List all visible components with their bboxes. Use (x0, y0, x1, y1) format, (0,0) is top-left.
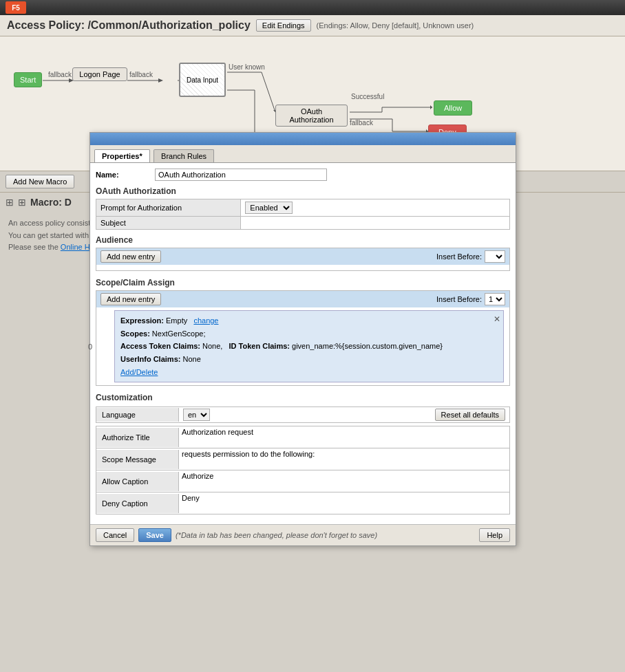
prompt-row: Prompt for Authorization Enabled Disable… (96, 199, 510, 217)
oauth-authorization-node[interactable]: OAuth Authorization (275, 105, 348, 127)
scope-entry-wrapper: 0 ✕ Expression: Empty change Scopes: Nex… (99, 310, 507, 382)
save-button[interactable]: Save (138, 528, 171, 542)
access-token-label: Access Token Claims: (120, 342, 200, 350)
subject-row: Subject (96, 217, 510, 230)
scope-entry-close-button[interactable]: ✕ (494, 312, 500, 326)
scope-entry: ✕ Expression: Empty change Scopes: NextG… (114, 310, 504, 382)
audience-insert-label: Insert Before: (436, 252, 482, 261)
logon-page-node[interactable]: Logon Page (72, 67, 127, 81)
change-link[interactable]: change (193, 316, 218, 325)
id-token-value: given_name:%{session.custom.given_name} (292, 342, 443, 350)
language-row: Language en frdeesja Reset all defaults (96, 407, 510, 423)
language-value: en frdeesja Reset all defaults (179, 407, 509, 422)
form-area: Name: OAuth Authorization Prompt for Aut… (90, 163, 516, 524)
prompt-label: Prompt for Authorization (96, 199, 241, 217)
modal-title-bar (90, 133, 516, 145)
scope-message-value: requests permission to do the following: (179, 448, 509, 470)
scope-message-textarea[interactable]: requests permission to do the following: (182, 450, 507, 466)
customization-fields: Authorize Title Authorization request Sc… (96, 426, 510, 514)
macro-title: Macro: D (30, 197, 72, 208)
allow-caption-value: Authorize (179, 470, 509, 492)
add-new-macro-button[interactable]: Add New Macro (6, 175, 74, 188)
add-delete-row: Add/Delete (120, 366, 498, 379)
modal-dialog: Properties* Branch Rules Name: OAuth Aut… (89, 132, 516, 546)
language-select[interactable]: en frdeesja (183, 409, 210, 421)
audience-insert-select[interactable] (485, 250, 505, 263)
svg-marker-16 (430, 105, 432, 109)
svg-line-7 (262, 72, 275, 112)
scopes-row: Scopes: NextGenScope; (120, 327, 498, 340)
cancel-button[interactable]: Cancel (96, 528, 134, 542)
audience-empty-space (96, 265, 509, 270)
reset-defaults-button[interactable]: Reset all defaults (435, 409, 505, 421)
help-button[interactable]: Help (479, 528, 510, 542)
expression-value: Empty (166, 316, 187, 325)
access-token-row: Access Token Claims: None, ID Token Clai… (120, 340, 498, 353)
expression-label: Expression: (120, 316, 164, 325)
scope-message-label: Scope Message (96, 450, 179, 469)
audience-section-box: Add new entry Insert Before: (96, 248, 510, 271)
start-node[interactable]: Start (14, 72, 42, 87)
edit-endings-button[interactable]: Edit Endings (256, 19, 311, 32)
userinfo-label: UserInfo Claims: (120, 355, 180, 363)
authorize-title-row: Authorize Title Authorization request (96, 426, 510, 448)
scopes-label: Scopes: (120, 329, 150, 338)
scope-insert-select[interactable]: 1 (485, 293, 505, 305)
id-token-label: ID Token Claims: (229, 342, 290, 350)
svg-marker-3 (158, 78, 163, 83)
fallback-label-2: fallback (129, 71, 153, 78)
title-bar: F5 (0, 0, 625, 15)
subject-input[interactable] (245, 219, 505, 227)
successful-label: Successful (351, 93, 384, 100)
scopes-value: NextGenScope; (152, 329, 206, 338)
page-title: Access Policy: /Common/Authorization_pol… (7, 19, 251, 32)
data-input-node[interactable]: Data Input (179, 63, 226, 97)
allow-caption-textarea[interactable]: Authorize (182, 472, 507, 488)
authorize-title-textarea[interactable]: Authorization request (182, 428, 507, 444)
prompt-select[interactable]: Enabled Disabled (245, 202, 293, 214)
scope-insert-before: Insert Before: 1 (436, 293, 505, 305)
online-help-link[interactable]: Online H (61, 243, 90, 251)
userinfo-row: UserInfo Claims: None (120, 353, 498, 366)
deny-caption-value: Deny (179, 492, 509, 514)
expand-icon[interactable]: ⊞ (6, 197, 14, 208)
fallback-label-3: fallback (350, 119, 373, 127)
scope-section-box: Add new entry Insert Before: 1 0 ✕ Expre… (96, 290, 510, 386)
customization-title: Customization (96, 393, 510, 402)
name-input[interactable] (155, 169, 327, 181)
scope-message-row: Scope Message requests permission to do … (96, 448, 510, 470)
scope-number: 0 (88, 343, 92, 351)
audience-add-entry-button[interactable]: Add new entry (100, 250, 161, 263)
f5-logo: F5 (6, 1, 26, 14)
deny-caption-row: Deny Caption Deny (96, 492, 510, 514)
oauth-section-title: OAuth Authorization (96, 186, 510, 196)
scope-add-entry-button[interactable]: Add new entry (100, 293, 161, 305)
add-delete-link[interactable]: Add/Delete (120, 368, 158, 376)
language-label: Language (96, 408, 179, 422)
tabs-container: Properties* Branch Rules (90, 145, 516, 163)
name-row: Name: (96, 169, 510, 181)
add-icon[interactable]: ⊞ (18, 197, 26, 208)
subject-label: Subject (96, 217, 241, 230)
tab-branch-rules[interactable]: Branch Rules (153, 149, 214, 162)
fallback-label-1: fallback (48, 71, 72, 78)
app-header: Access Policy: /Common/Authorization_pol… (0, 15, 625, 36)
allow-caption-label: Allow Caption (96, 472, 179, 491)
allow-node[interactable]: Allow (434, 100, 472, 116)
audience-header: Add new entry Insert Before: (96, 248, 509, 265)
name-label: Name: (96, 171, 151, 179)
scope-insert-label: Insert Before: (436, 295, 482, 303)
access-token-value: None, (202, 342, 222, 350)
allow-caption-row: Allow Caption Authorize (96, 470, 510, 492)
expression-row: Expression: Empty change (120, 314, 498, 327)
footer-note: (*Data in tab has been changed, please d… (176, 531, 377, 539)
audience-title: Audience (96, 235, 510, 245)
endings-info: (Endings: Allow, Deny [default], Unknown… (317, 21, 474, 30)
authorize-title-label: Authorize Title (96, 428, 179, 447)
audience-insert-before: Insert Before: (436, 250, 505, 263)
scope-header: Add new entry Insert Before: 1 (96, 291, 509, 307)
userinfo-value: None (182, 355, 200, 363)
scope-title: Scope/Claim Assign (96, 278, 510, 288)
tab-properties[interactable]: Properties* (94, 149, 150, 162)
deny-caption-textarea[interactable]: Deny (182, 494, 507, 510)
